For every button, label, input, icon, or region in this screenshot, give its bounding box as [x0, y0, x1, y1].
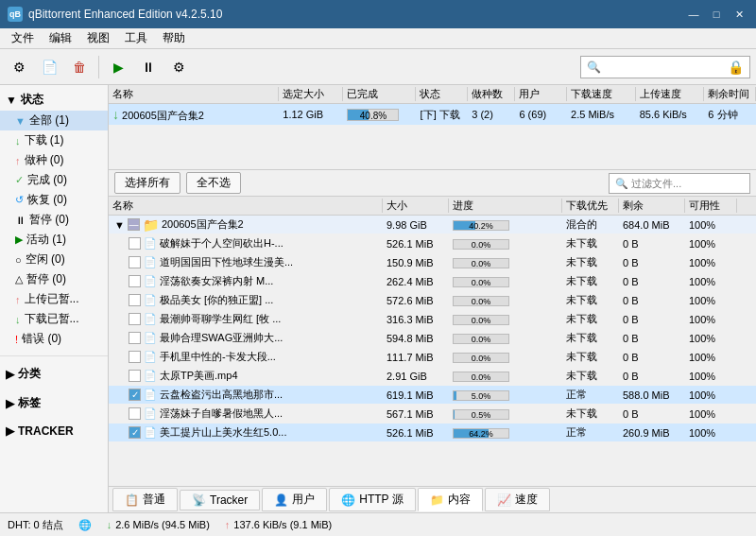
- file-name: 📄 破解妹于个人空间砍出H-...: [109, 236, 383, 251]
- file-progress: 0.0%: [449, 275, 562, 287]
- file-checkbox[interactable]: [129, 370, 141, 382]
- options-button[interactable]: ⚙: [165, 54, 192, 80]
- expand-icon[interactable]: ▼: [114, 219, 125, 231]
- file-row[interactable]: 📄 手机里中性的-卡发大段... 111.7 MiB 0.0% 未下载 0 B …: [109, 348, 756, 367]
- torrent-ul-speed: 85.6 KiB/s: [636, 109, 705, 120]
- select-none-button[interactable]: 全不选: [186, 172, 241, 194]
- sidebar-item-paused[interactable]: ⏸ 暂停 (0): [0, 210, 108, 230]
- sidebar-item-active[interactable]: ▶ 活动 (1): [0, 230, 108, 250]
- sidebar-item-paused2[interactable]: △ 暂停 (0): [0, 269, 108, 289]
- file-checkbox[interactable]: [129, 351, 141, 363]
- tracker-title[interactable]: ▶ TRACKER: [0, 422, 108, 441]
- tab-speed[interactable]: 📈 速度: [485, 488, 550, 511]
- dl-arrow-icon: ↓: [112, 107, 119, 122]
- maximize-button[interactable]: □: [707, 5, 726, 24]
- ul-total: 137.6 KiB/s (9.1 MiB): [233, 519, 332, 530]
- file-priority: 未下载: [562, 312, 619, 326]
- tab-content[interactable]: 📁 内容: [418, 488, 483, 511]
- file-row[interactable]: 📄 太原TP美画.mp4 2.91 GiB 0.0% 未下载 0 B 100%: [109, 367, 756, 386]
- file-row[interactable]: 📄 最潮帅哥聊学生网红 [牧 ... 316.3 MiB 0.0% 未下载 0 …: [109, 310, 756, 329]
- file-checkbox[interactable]: [129, 407, 141, 420]
- resume-button[interactable]: ▶: [105, 54, 131, 80]
- active-icon: ▶: [15, 233, 23, 246]
- delete-button[interactable]: 🗑: [66, 54, 93, 80]
- col-header-seeds: 做种数: [468, 87, 515, 101]
- file-row-root[interactable]: ▼ — 📁 200605国产合集2 9.98 GiB 40.2% 混合的 684…: [109, 216, 756, 234]
- file-name: 📄 手机里中性的-卡发大段...: [109, 350, 383, 364]
- root-checkbox[interactable]: —: [128, 218, 140, 231]
- search-input[interactable]: torrent: [601, 61, 724, 74]
- menu-edit[interactable]: 编辑: [42, 28, 79, 48]
- sidebar-item-label: 上传已暂...: [25, 291, 79, 307]
- file-checkbox[interactable]: ✓: [129, 389, 141, 401]
- close-button[interactable]: ✕: [730, 5, 748, 24]
- sidebar-item-error[interactable]: ! 错误 (0): [0, 329, 108, 349]
- file-checkbox[interactable]: [129, 332, 141, 344]
- content-area: 名称 选定大小 已完成 状态 做种数 用户 下载速度 上传速度 剩余时间 ↓ 2…: [109, 85, 756, 512]
- add-torrent-button[interactable]: 📄: [36, 54, 62, 80]
- tab-tracker[interactable]: 📡 Tracker: [180, 490, 260, 510]
- file-size: 2.91 GiB: [383, 371, 449, 382]
- file-row[interactable]: 📄 淫荡妹子自嗲暑假地黑人... 567.1 MiB 0.5% 未下载 0 B …: [109, 405, 756, 424]
- sidebar-item-idle[interactable]: ○ 空闲 (0): [0, 250, 108, 269]
- menu-tools[interactable]: 工具: [117, 28, 155, 48]
- file-row[interactable]: 📄 淫荡欲奏女深裤内射 M... 262.4 MiB 0.0% 未下载 0 B …: [109, 272, 756, 291]
- app-title: qBittorrent Enhanced Edition v4.2.5.10: [28, 8, 222, 21]
- file-remain: 260.9 MiB: [619, 427, 685, 439]
- settings-button[interactable]: ⚙: [6, 54, 32, 80]
- file-remain: 0 B: [619, 314, 685, 325]
- file-row[interactable]: 📄 破解妹于个人空间砍出H-... 526.1 MiB 0.0% 未下载 0 B…: [109, 234, 756, 253]
- dl-icon: ↓: [15, 135, 21, 147]
- sidebar-item-dl-paused[interactable]: ↓ 下载已暂...: [0, 309, 108, 329]
- file-remain: 0 B: [619, 333, 685, 344]
- file-size: 572.6 MiB: [383, 295, 449, 306]
- lock-icon[interactable]: 🔒: [728, 60, 744, 75]
- dht-status: DHT: 0 结点: [8, 518, 63, 532]
- sidebar-item-label: 全部 (1): [29, 112, 69, 129]
- file-row[interactable]: ✓ 📄 美工提片山上美水生红5.0... 526.1 MiB 64.2% 正常 …: [109, 424, 756, 442]
- chevron-icon: ▶: [6, 368, 14, 381]
- sidebar-item-all[interactable]: ▼ 全部 (1): [0, 111, 108, 130]
- file-row[interactable]: 📄 最帅合理SWAG亚洲帅大... 594.8 MiB 0.0% 未下载 0 B…: [109, 329, 756, 348]
- file-checkbox[interactable]: ✓: [129, 426, 141, 439]
- tab-http[interactable]: 🌐 HTTP 源: [329, 488, 415, 511]
- tags-title[interactable]: ▶ 标签: [0, 392, 108, 414]
- menu-help[interactable]: 帮助: [155, 28, 193, 48]
- file-checkbox[interactable]: [129, 256, 141, 268]
- ul-status: ↑ 137.6 KiB/s (9.1 MiB): [225, 519, 332, 530]
- status-section-title[interactable]: ▼ 状态: [0, 89, 108, 111]
- pause-button[interactable]: ⏸: [135, 54, 162, 80]
- tab-general[interactable]: 📋 普通: [112, 488, 178, 511]
- file-checkbox[interactable]: [129, 294, 141, 306]
- col-header-remain: 剩余时间: [704, 87, 756, 101]
- file-checkbox[interactable]: [129, 313, 141, 325]
- file-col-progress: 进度: [449, 199, 562, 213]
- file-progress: 5.0%: [449, 389, 562, 401]
- dl-pause-icon: ↓: [15, 314, 21, 325]
- root-remain: 684.0 MiB: [619, 219, 685, 231]
- file-row[interactable]: ✓ 📄 云盘检盗污出高黑地那市... 619.1 MiB 5.0% 正常 588…: [109, 386, 756, 405]
- sidebar-item-ul-paused[interactable]: ↑ 上传已暂...: [0, 289, 108, 309]
- file-remain: 0 B: [619, 276, 685, 287]
- torrent-row[interactable]: ↓ 200605国产合集2 1.12 GiB 40.8% [下] 下载 3 (2…: [109, 104, 756, 125]
- sidebar-item-completed[interactable]: ✓ 完成 (0): [0, 170, 108, 190]
- category-title[interactable]: ▶ 分类: [0, 363, 108, 385]
- menu-view[interactable]: 视图: [79, 28, 117, 48]
- file-row[interactable]: 📄 极品美女 [你的独正盟] ... 572.6 MiB 0.0% 未下载 0 …: [109, 291, 756, 310]
- search-icon: 🔍: [587, 61, 601, 74]
- file-checkbox[interactable]: [129, 275, 141, 287]
- file-name-text: 手机里中性的-卡发大段...: [160, 350, 276, 364]
- file-row[interactable]: 📄 道明国国田下性地球生漫美... 150.9 MiB 0.0% 未下载 0 B…: [109, 253, 756, 272]
- menu-file[interactable]: 文件: [4, 28, 42, 48]
- file-icon: 📄: [144, 370, 157, 382]
- sidebar-item-downloading[interactable]: ↓ 下载 (1): [0, 130, 108, 150]
- minimize-button[interactable]: —: [684, 5, 703, 24]
- file-checkbox[interactable]: [129, 237, 141, 250]
- sidebar-item-seeding[interactable]: ↑ 做种 (0): [0, 150, 108, 170]
- tab-peers[interactable]: 👤 用户: [262, 488, 327, 511]
- torrent-list-header: 名称 选定大小 已完成 状态 做种数 用户 下载速度 上传速度 剩余时间: [109, 85, 756, 104]
- file-search-input[interactable]: [615, 178, 744, 189]
- select-all-button[interactable]: 选择所有: [114, 172, 180, 194]
- file-priority: 正常: [562, 425, 619, 440]
- sidebar-item-resume[interactable]: ↺ 恢复 (0): [0, 190, 108, 210]
